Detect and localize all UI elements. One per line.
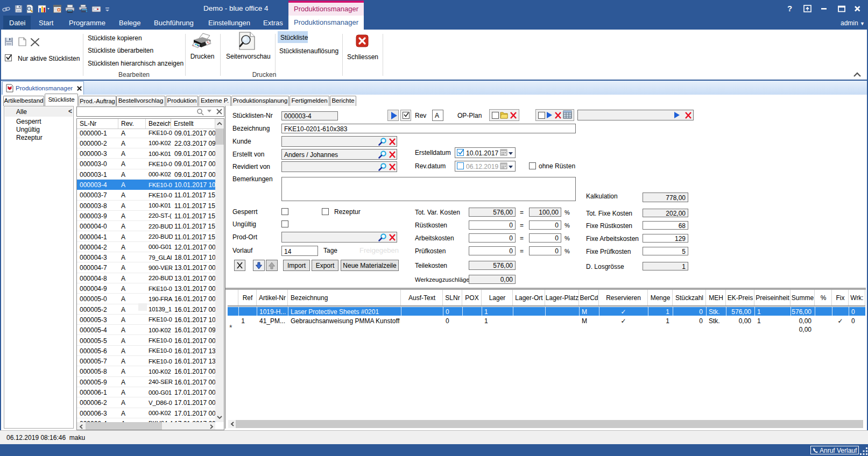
svg-text:?: ? (787, 4, 792, 13)
